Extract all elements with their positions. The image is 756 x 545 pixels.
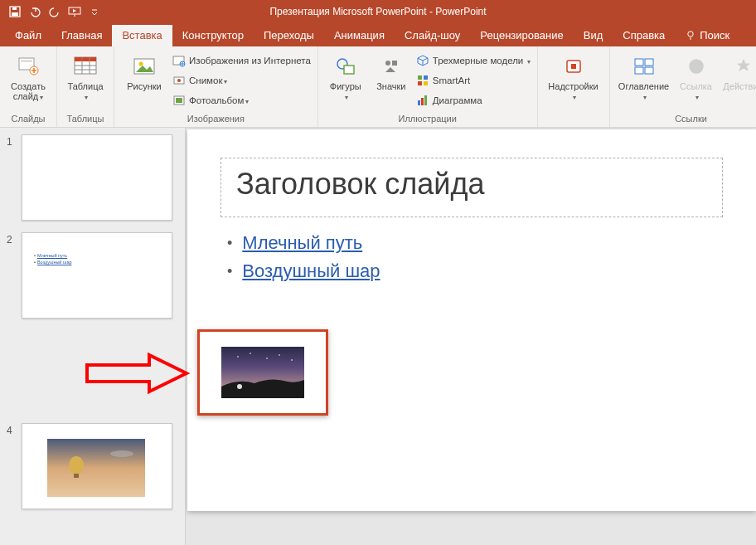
addins-label: Надстройки▾ <box>548 81 598 102</box>
shapes-icon <box>332 53 359 80</box>
thumbnail-number: 1 <box>7 134 22 148</box>
shapes-button[interactable]: Фигуры▾ <box>325 50 366 109</box>
workspace: 1 2 •Млечный путь •Воздушный шар 4 <box>0 128 756 545</box>
quick-access-toolbar <box>0 3 103 20</box>
tab-design[interactable]: Конструктор <box>172 25 254 46</box>
slide-editor[interactable]: Заголовок слайда •Млечный путь •Воздушны… <box>187 129 756 511</box>
action-icon <box>730 53 756 80</box>
thumbnail-1[interactable]: 1 <box>7 134 178 221</box>
pictures-button[interactable]: Рисунки <box>121 50 167 109</box>
svg-point-47 <box>69 456 84 474</box>
svg-rect-1 <box>12 12 18 16</box>
table-button[interactable]: Таблица▾ <box>64 50 107 102</box>
thumbnail-2[interactable]: 2 •Млечный путь •Воздушный шар <box>7 232 178 319</box>
toc-button[interactable]: Оглавление▾ <box>617 50 671 102</box>
svg-point-20 <box>139 62 143 66</box>
group-links: Оглавление▾ Ссылка▾ Действие Ссылки <box>610 46 756 127</box>
svg-rect-40 <box>635 59 643 66</box>
shapes-label: Фигуры▾ <box>330 81 361 102</box>
thumbnail-number: 4 <box>7 423 22 436</box>
svg-point-49 <box>110 450 133 457</box>
3d-models-button[interactable]: Трехмерные модели ▾ <box>416 51 531 70</box>
qat-dropdown[interactable] <box>86 3 103 20</box>
3d-models-label: Трехмерные модели ▾ <box>433 56 531 66</box>
toc-icon <box>631 53 657 80</box>
slide-content-list[interactable]: •Млечный путь •Воздушный шар <box>220 232 723 282</box>
svg-rect-28 <box>344 66 354 74</box>
link-button[interactable]: Ссылка▾ <box>676 50 716 102</box>
pictures-icon <box>131 53 158 80</box>
slide-title-placeholder[interactable]: Заголовок слайда <box>220 158 723 217</box>
tab-search[interactable]: Поиск <box>675 25 739 46</box>
svg-rect-2 <box>12 7 17 10</box>
group-slides: Создать слайд▾ Слайды <box>0 46 57 127</box>
tab-insert[interactable]: Вставка <box>112 25 172 46</box>
new-slide-button[interactable]: Создать слайд▾ <box>7 50 50 102</box>
tab-transitions[interactable]: Переходы <box>254 25 324 46</box>
chart-button[interactable]: Диаграмма <box>416 91 531 109</box>
table-label: Таблица▾ <box>67 81 103 102</box>
tab-review[interactable]: Рецензирование <box>470 25 573 46</box>
undo-button[interactable] <box>27 3 43 20</box>
save-button[interactable] <box>7 3 23 20</box>
dragged-thumbnail[interactable] <box>197 329 328 416</box>
thumbnail-number: 2 <box>7 232 22 246</box>
tab-animation[interactable]: Анимация <box>324 25 395 46</box>
new-slide-icon <box>15 53 41 80</box>
action-button[interactable]: Действие <box>721 50 756 102</box>
tab-file[interactable]: Файл <box>5 25 51 46</box>
list-item[interactable]: •Млечный путь <box>227 232 723 254</box>
chart-icon <box>416 94 429 107</box>
screenshot-icon <box>172 74 186 87</box>
icons-button[interactable]: Значки <box>371 50 411 109</box>
new-slide-label: Создать слайд▾ <box>11 81 46 102</box>
list-item[interactable]: •Воздушный шар <box>227 260 723 282</box>
svg-point-24 <box>177 79 181 82</box>
svg-point-53 <box>266 358 268 359</box>
lightbulb-icon <box>685 30 696 41</box>
group-images-label: Изображения <box>121 114 311 125</box>
icons-icon <box>378 53 405 80</box>
tab-home[interactable]: Главная <box>51 25 112 46</box>
addins-button[interactable]: Надстройки▾ <box>545 50 603 102</box>
svg-rect-26 <box>176 98 182 103</box>
ribbon: Создать слайд▾ Слайды Таблица▾ Таблицы Р… <box>0 46 756 128</box>
group-tables-label: Таблицы <box>64 114 107 125</box>
svg-rect-36 <box>421 98 424 105</box>
thumbnail-slide-2[interactable]: •Млечный путь •Воздушный шар <box>22 232 172 319</box>
action-label: Действие <box>723 81 756 91</box>
redo-button[interactable] <box>46 3 63 20</box>
photo-album-button[interactable]: Фотоальбом▾ <box>172 91 311 109</box>
start-slideshow-button[interactable] <box>66 3 83 20</box>
toc-label: Оглавление▾ <box>618 81 669 102</box>
svg-rect-35 <box>418 100 420 105</box>
svg-rect-14 <box>75 57 96 61</box>
thumbnail-slide-1[interactable] <box>22 134 172 221</box>
slide-thumbnail-panel[interactable]: 1 2 •Млечный путь •Воздушный шар 4 <box>0 128 186 545</box>
hyperlink-1[interactable]: Млечный путь <box>242 232 362 254</box>
table-icon <box>72 53 99 80</box>
thumbnail-4[interactable]: 4 <box>7 423 178 509</box>
tab-help[interactable]: Справка <box>613 25 675 46</box>
tab-view[interactable]: Вид <box>574 25 613 46</box>
svg-rect-48 <box>74 474 79 478</box>
group-addins-label <box>545 124 603 125</box>
thumbnail-2-content: •Млечный путь •Воздушный шар <box>34 253 72 266</box>
svg-point-6 <box>688 31 693 36</box>
group-images: Рисунки Изображения из Интернета Снимок▾… <box>114 46 318 127</box>
screenshot-label: Снимок▾ <box>189 75 227 85</box>
tab-slideshow[interactable]: Слайд-шоу <box>395 25 470 46</box>
hyperlink-2[interactable]: Воздушный шар <box>242 260 380 282</box>
group-addins: Надстройки▾ <box>538 46 610 127</box>
svg-rect-46 <box>47 439 145 497</box>
svg-rect-30 <box>392 61 397 66</box>
svg-point-54 <box>279 354 280 356</box>
smartart-button[interactable]: SmartArt <box>416 71 531 90</box>
svg-rect-32 <box>424 75 428 80</box>
group-illustrations-label: Иллюстрации <box>325 114 531 125</box>
dragged-thumbnail-image <box>221 347 304 398</box>
screenshot-button[interactable]: Снимок▾ <box>172 71 311 90</box>
online-pictures-button[interactable]: Изображения из Интернета <box>172 51 311 70</box>
thumbnail-slide-4[interactable] <box>22 423 172 509</box>
photo-album-icon <box>172 94 186 107</box>
